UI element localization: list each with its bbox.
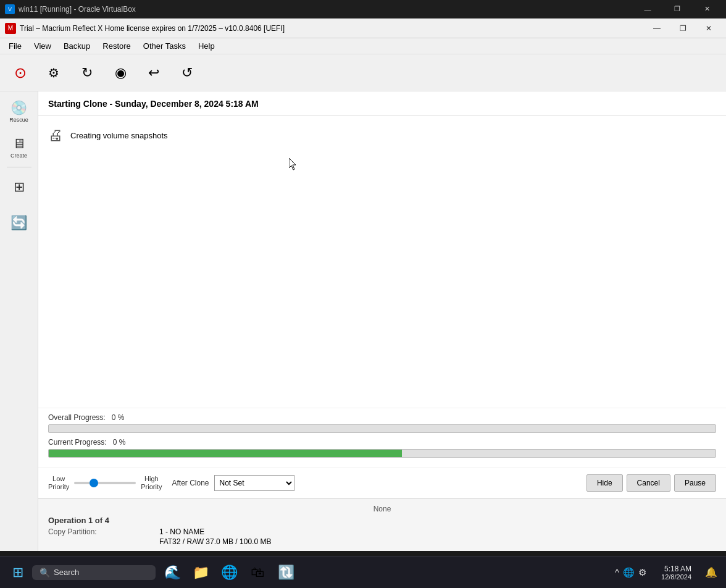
action-buttons: Hide Cancel Pause: [586, 474, 716, 492]
world-icon: 🌐: [623, 567, 635, 578]
current-progress-label: Current Progress: 0 %: [48, 438, 716, 447]
search-bar[interactable]: 🔍 Search: [32, 565, 156, 580]
toolbar-icon-1: ⚙: [48, 67, 59, 79]
app-title: Trial – Macrium Reflect X Home license e…: [20, 24, 645, 33]
clone-title: Starting Clone - Sunday, December 8, 202…: [48, 99, 716, 109]
op-val-0: 1 - NO NAME: [159, 527, 204, 536]
files-icon: 📁: [193, 565, 209, 581]
menu-view[interactable]: View: [28, 40, 57, 52]
app-minimize-button[interactable]: —: [645, 20, 669, 37]
pause-button[interactable]: Pause: [674, 474, 716, 492]
restore-icon: 🔄: [10, 215, 27, 231]
sidebar-item-windows[interactable]: ⊞: [2, 170, 36, 204]
toolbar-button-3[interactable]: ◉: [105, 57, 136, 89]
sidebar-item-create[interactable]: 🖥 Create: [2, 130, 36, 164]
toolbar-icon-0: ⊙: [14, 65, 27, 80]
menu-backup[interactable]: Backup: [57, 40, 96, 52]
vbox-icon: V: [5, 4, 15, 14]
vbox-maximize-button[interactable]: ❐: [663, 0, 691, 19]
app-window: M Trial – Macrium Reflect X Home license…: [0, 19, 726, 551]
taskbar: ⊞ 🔍 Search 🌊 📁 🌐 🛍 🔃 ^ 🌐 ⚙ 5:18 AM 12/8: [0, 556, 726, 588]
snapshot-icon: 🖨: [48, 127, 63, 144]
start-button[interactable]: ⊞: [5, 560, 31, 586]
cancel-button[interactable]: Cancel: [627, 474, 670, 492]
taskbar-app-0[interactable]: 🌊: [159, 560, 185, 586]
main-layout: 💿 Rescue 🖥 Create ⊞ 🔄 Starting Clone - S…: [0, 91, 726, 551]
low-priority-label: Low Priority: [48, 475, 69, 491]
sidebar-create-label: Create: [10, 153, 27, 159]
menu-other-tasks[interactable]: Other Tasks: [137, 40, 192, 52]
chevron-up-icon: ^: [615, 567, 619, 578]
toolbar-button-2[interactable]: ↻: [72, 57, 102, 89]
none-text: None: [48, 502, 716, 516]
search-text: Search: [54, 568, 79, 577]
app-icon: M: [5, 23, 16, 34]
clone-body-scroll[interactable]: 🖨 Creating volume snapshots: [38, 116, 726, 408]
op-row-0: Copy Partition: 1 - NO NAME: [48, 527, 716, 536]
clock-date: 12/8/2024: [661, 573, 691, 581]
sidebar-item-rescue[interactable]: 💿 Rescue: [2, 94, 36, 128]
after-clone-select[interactable]: Not Set Shutdown Restart Hibernate Sleep: [214, 475, 294, 491]
taskbar-app-sync[interactable]: 🔃: [273, 560, 299, 586]
start-icon: ⊞: [12, 565, 23, 581]
create-icon: 🖥: [12, 136, 26, 152]
toolbar-icon-3: ◉: [115, 66, 127, 80]
menu-restore[interactable]: Restore: [96, 40, 137, 52]
taskbar-right: ^ 🌐 ⚙ 5:18 AM 12/8/2024 🔔: [610, 562, 721, 583]
sync-icon: 🔃: [278, 565, 294, 581]
progress-section: Overall Progress: 0 % Current Progress: …: [38, 408, 726, 468]
vbox-title: win11 [Running] - Oracle VirtualBox: [19, 5, 633, 14]
hide-button[interactable]: Hide: [586, 474, 623, 492]
gear-sys-icon: ⚙: [638, 567, 646, 578]
toolbar-button-1[interactable]: ⚙: [38, 57, 69, 89]
lower-panel: None Operation 1 of 4 Copy Partition: 1 …: [38, 498, 726, 551]
toolbar-button-4[interactable]: ↩: [138, 57, 169, 89]
sidebar-divider-1: [7, 167, 31, 167]
store-icon: 🛍: [251, 565, 264, 581]
app-close-button[interactable]: ✕: [696, 20, 721, 37]
task-label: Creating volume snapshots: [70, 131, 168, 140]
edge-icon: 🌐: [221, 565, 238, 581]
clock-time: 5:18 AM: [661, 565, 691, 573]
clock[interactable]: 5:18 AM 12/8/2024: [656, 562, 696, 583]
notification-button[interactable]: 🔔: [701, 564, 721, 581]
app-icon-0: 🌊: [164, 565, 181, 581]
rescue-icon: 💿: [10, 100, 27, 116]
vbox-window-controls: — ❐ ✕: [633, 0, 721, 19]
op-title: Operation 1 of 4: [48, 516, 716, 525]
overall-progress-value: 0 %: [112, 413, 125, 422]
after-clone-section: After Clone Not Set Shutdown Restart Hib…: [172, 475, 294, 491]
menu-help[interactable]: Help: [192, 40, 221, 52]
windows-icon: ⊞: [14, 179, 25, 195]
overall-progress-bar: [48, 424, 716, 433]
toolbar-button-5[interactable]: ↺: [172, 57, 202, 89]
app-maximize-button[interactable]: ❐: [670, 20, 695, 37]
taskbar-app-store[interactable]: 🛍: [244, 560, 270, 586]
sidebar: 💿 Rescue 🖥 Create ⊞ 🔄: [0, 91, 38, 551]
content-area: Starting Clone - Sunday, December 8, 202…: [38, 91, 726, 551]
clone-body: 🖨 Creating volume snapshots: [38, 116, 726, 155]
taskbar-app-files[interactable]: 📁: [188, 560, 214, 586]
app-titlebar: M Trial – Macrium Reflect X Home license…: [0, 19, 726, 38]
toolbar-button-0[interactable]: ⊙: [5, 57, 36, 89]
priority-slider-track: [74, 482, 136, 484]
toolbar-icon-2: ↻: [81, 66, 93, 80]
system-tray[interactable]: ^ 🌐 ⚙: [610, 565, 651, 581]
vbox-minimize-button[interactable]: —: [633, 0, 662, 19]
current-progress-fill: [49, 450, 402, 457]
sidebar-item-restore[interactable]: 🔄: [2, 206, 36, 240]
vbox-close-button[interactable]: ✕: [693, 0, 721, 19]
priority-slider-thumb[interactable]: [90, 479, 98, 487]
menu-file[interactable]: File: [2, 40, 28, 52]
taskbar-app-edge[interactable]: 🌐: [216, 560, 242, 586]
overall-progress-label: Overall Progress: 0 %: [48, 413, 716, 422]
vbox-titlebar: V win11 [Running] - Oracle VirtualBox — …: [0, 0, 726, 19]
clone-header: Starting Clone - Sunday, December 8, 202…: [38, 91, 726, 116]
menubar: File View Backup Restore Other Tasks Hel…: [0, 38, 726, 54]
toolbar-icon-5: ↺: [182, 66, 193, 80]
toolbar-icon-4: ↩: [148, 66, 159, 80]
after-clone-label: After Clone: [172, 479, 209, 487]
sidebar-rescue-label: Rescue: [9, 117, 28, 123]
app-window-controls: — ❐ ✕: [645, 20, 721, 37]
controls-row: Low Priority High Priority After Clone N…: [38, 468, 726, 498]
